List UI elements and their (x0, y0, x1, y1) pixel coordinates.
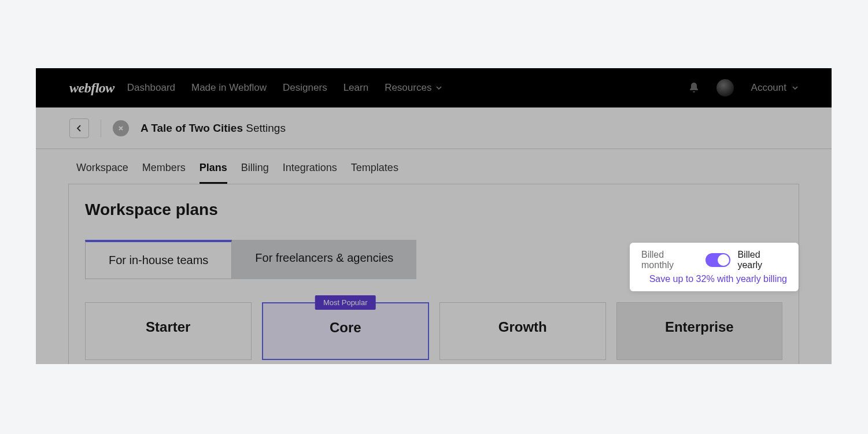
plan-card-starter[interactable]: Starter (85, 302, 252, 360)
audience-tab-inhouse[interactable]: For in-house teams (85, 240, 232, 279)
nav-designers[interactable]: Designers (283, 82, 327, 94)
billing-toggle[interactable] (706, 253, 731, 267)
tab-billing[interactable]: Billing (241, 162, 269, 184)
tab-templates[interactable]: Templates (351, 162, 398, 184)
billing-toggle-panel: Billed monthly Billed yearly Save up to … (630, 243, 799, 291)
plan-name: Starter (97, 319, 239, 335)
workspace-icon (113, 120, 129, 136)
chevron-down-icon (436, 86, 442, 90)
avatar[interactable] (716, 79, 734, 97)
notification-bell-icon[interactable] (689, 82, 699, 94)
webflow-logo[interactable]: webflow (69, 80, 114, 96)
nav-made-in-webflow[interactable]: Made in Webflow (191, 82, 267, 94)
tab-workspace[interactable]: Workspace (76, 162, 128, 184)
arrow-left-icon (75, 124, 83, 132)
header-bar: A Tale of Two Cities Settings (36, 107, 832, 149)
plan-name: Core (275, 320, 417, 336)
plan-name: Growth (452, 319, 594, 335)
settings-tabs: Workspace Members Plans Billing Integrat… (36, 149, 832, 184)
nav-links: Dashboard Made in Webflow Designers Lear… (127, 82, 689, 94)
plans-row: Starter Most Popular Core Growth Enterpr… (85, 302, 782, 360)
billing-toggle-row: Billed monthly Billed yearly (641, 250, 787, 270)
plans-panel: Workspace plans For in-house teams For f… (68, 184, 799, 364)
plan-card-core[interactable]: Most Popular Core (262, 302, 430, 360)
plan-card-growth[interactable]: Growth (439, 302, 606, 360)
nav-dashboard[interactable]: Dashboard (127, 82, 175, 94)
section-title: Workspace plans (85, 201, 782, 219)
plan-name: Enterprise (629, 319, 771, 335)
close-circle-icon (117, 124, 125, 132)
audience-tab-freelancers[interactable]: For freelancers & agencies (232, 240, 416, 279)
tab-members[interactable]: Members (142, 162, 186, 184)
tab-integrations[interactable]: Integrations (283, 162, 337, 184)
page-title: A Tale of Two Cities Settings (141, 122, 286, 135)
top-nav: webflow Dashboard Made in Webflow Design… (36, 68, 832, 107)
billed-yearly-label: Billed yearly (737, 250, 787, 270)
toggle-knob (718, 254, 729, 266)
chevron-down-icon (792, 86, 798, 90)
most-popular-badge: Most Popular (315, 295, 376, 310)
nav-learn[interactable]: Learn (343, 82, 368, 94)
nav-resources[interactable]: Resources (385, 82, 442, 94)
workspace-name: A Tale of Two Cities (141, 122, 243, 134)
billing-savings-text: Save up to 32% with yearly billing (641, 274, 787, 284)
plan-card-enterprise[interactable]: Enterprise (616, 302, 783, 360)
tab-plans[interactable]: Plans (200, 162, 227, 184)
app-frame: webflow Dashboard Made in Webflow Design… (36, 68, 832, 364)
divider (101, 120, 101, 137)
back-button[interactable] (69, 118, 89, 138)
account-menu[interactable]: Account (751, 82, 798, 94)
nav-resources-label: Resources (385, 82, 431, 94)
settings-label: Settings (246, 122, 286, 134)
billed-monthly-label: Billed monthly (641, 250, 699, 270)
account-label: Account (751, 82, 786, 94)
nav-right: Account (689, 79, 798, 97)
